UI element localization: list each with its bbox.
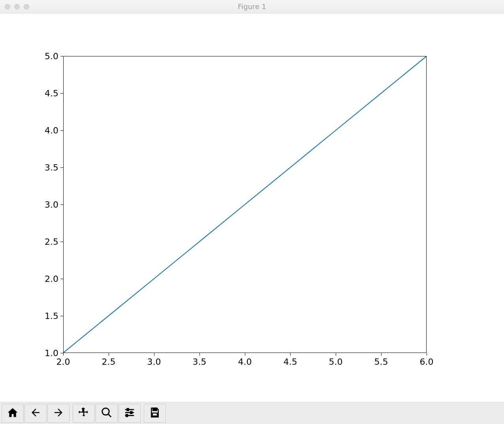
y-tick-label: 5.0	[39, 51, 58, 61]
sliders-icon	[124, 407, 135, 420]
y-tick-label: 3.5	[39, 163, 58, 173]
svg-line-1	[108, 414, 111, 417]
svg-rect-3	[127, 409, 129, 411]
magnify-icon	[101, 407, 113, 420]
home-icon	[7, 407, 19, 420]
y-tick-label: 4.0	[39, 126, 58, 135]
x-tick-label: 4.0	[238, 357, 252, 367]
x-tick-label: 4.5	[284, 357, 297, 367]
arrow-right-icon	[53, 407, 64, 420]
pan-button[interactable]	[73, 404, 95, 423]
x-tick-label: 3.5	[193, 357, 207, 367]
y-tick-label: 2.0	[39, 274, 58, 284]
configure-button[interactable]	[118, 404, 141, 423]
line-plot	[64, 56, 426, 353]
window-controls	[5, 4, 29, 9]
nav-toolbar	[0, 402, 504, 424]
zoom-button[interactable]	[96, 404, 118, 423]
axes-frame	[63, 56, 427, 353]
svg-rect-8	[153, 408, 157, 411]
y-tick-label: 4.5	[39, 88, 58, 98]
svg-point-0	[102, 408, 109, 415]
back-button[interactable]	[24, 404, 47, 423]
forward-button[interactable]	[47, 404, 70, 423]
x-tick-label: 5.5	[374, 357, 388, 367]
close-window-button[interactable]	[5, 4, 10, 9]
arrow-left-icon	[30, 407, 41, 420]
svg-rect-7	[126, 415, 128, 416]
x-tick-label: 2.0	[56, 357, 70, 367]
zoom-window-button[interactable]	[24, 4, 29, 9]
y-tick-label: 2.5	[39, 237, 58, 247]
move-icon	[78, 407, 90, 420]
y-tick-label: 3.0	[39, 200, 58, 210]
y-tick-label: 1.5	[39, 311, 58, 321]
window-title: Figure 1	[0, 2, 504, 11]
svg-rect-9	[152, 413, 158, 416]
x-tick-label: 2.5	[102, 357, 116, 367]
home-button[interactable]	[2, 404, 24, 423]
x-tick-label: 6.0	[420, 357, 434, 367]
plot-canvas[interactable]: 2.02.53.03.54.04.55.05.56.01.01.52.02.53…	[0, 13, 504, 402]
svg-rect-5	[131, 412, 132, 414]
save-button[interactable]	[144, 404, 166, 423]
y-tick-label: 1.0	[39, 348, 58, 358]
save-icon	[149, 407, 161, 420]
x-tick-label: 5.0	[329, 357, 343, 367]
minimize-window-button[interactable]	[14, 4, 20, 9]
titlebar: Figure 1	[0, 0, 504, 13]
figure-window: Figure 1 2.02.53.03.54.04.55.05.56.01.01…	[0, 0, 504, 424]
x-tick-label: 3.0	[147, 357, 161, 367]
